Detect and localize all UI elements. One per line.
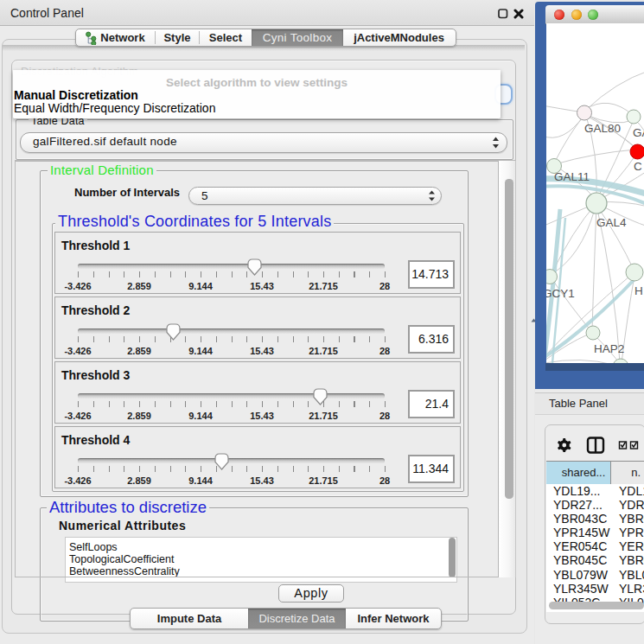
svg-text:C: C [634, 160, 642, 173]
svg-text:HAP2: HAP2 [594, 342, 624, 355]
svg-text:H: H [634, 284, 643, 297]
svg-text:GAL80: GAL80 [584, 122, 621, 135]
svg-text:GA: GA [633, 126, 644, 139]
svg-text:GAL4: GAL4 [596, 216, 627, 229]
svg-text:GAL11: GAL11 [554, 170, 590, 183]
svg-text:GCY1: GCY1 [546, 287, 575, 300]
